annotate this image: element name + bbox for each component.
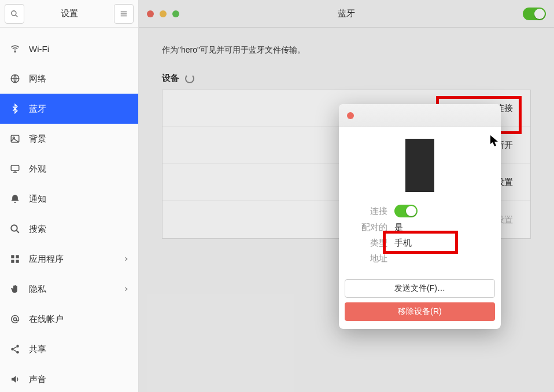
sidebar-item-label: 背景	[29, 134, 46, 145]
bluetooth-master-toggle[interactable]	[523, 8, 546, 20]
chevron-right-icon	[123, 256, 129, 262]
sidebar-item-label: 搜索	[29, 224, 46, 235]
main-header: 蓝牙	[139, 0, 554, 28]
sidebar-item-wifi[interactable]: Wi-Fi	[0, 34, 138, 64]
bell-icon	[9, 193, 21, 205]
svg-line-1	[16, 14, 18, 17]
svg-rect-15	[16, 255, 19, 258]
devices-label: 设备	[162, 73, 179, 84]
toggle-knob	[406, 206, 416, 216]
speaker-icon	[9, 373, 21, 385]
hand-icon	[9, 283, 21, 295]
sidebar-item-label: 共享	[29, 344, 46, 355]
sidebar-item-label: 外观	[29, 164, 46, 175]
svg-point-19	[16, 345, 19, 348]
close-window-button[interactable]	[147, 10, 154, 17]
bluetooth-icon	[9, 103, 21, 114]
sidebar-item-search[interactable]: 搜索	[0, 214, 138, 244]
sidebar-item-label: 在线帐户	[29, 314, 64, 325]
sidebar-item-label: 网络	[29, 73, 46, 84]
remove-device-button[interactable]: 移除设备(R)	[345, 302, 495, 321]
devices-section-header: 设备	[162, 73, 531, 84]
toggle-knob	[534, 9, 545, 19]
sidebar-item-applications[interactable]: 应用程序	[0, 244, 138, 274]
sidebar-item-online-accounts[interactable]: 在线帐户	[0, 304, 138, 334]
sidebar-item-background[interactable]: 背景	[0, 124, 138, 154]
scanning-spinner-icon	[185, 74, 194, 83]
menu-button[interactable]	[114, 4, 134, 24]
search-icon	[9, 223, 21, 235]
svg-point-0	[12, 10, 16, 15]
svg-rect-16	[11, 260, 14, 263]
image-icon	[9, 133, 21, 145]
annotation-highlight-connection-toggle	[383, 231, 458, 254]
window-controls	[147, 10, 179, 17]
sidebar-header: 设置	[0, 0, 138, 28]
sidebar-item-notifications[interactable]: 通知	[0, 184, 138, 214]
globe-icon	[9, 73, 21, 84]
svg-point-21	[16, 351, 19, 354]
svg-point-20	[11, 348, 14, 351]
maximize-window-button[interactable]	[172, 10, 179, 17]
device-thumbnail	[405, 139, 434, 192]
prop-label: 连接	[349, 206, 394, 217]
at-icon	[9, 313, 21, 325]
visibility-status-text: 作为"hero"可见并可用于蓝牙文件传输。	[162, 45, 531, 56]
svg-line-13	[16, 230, 19, 233]
app-root: 设置 Wi-Fi 网络 蓝牙 背景	[0, 0, 554, 392]
sidebar-item-label: 应用程序	[29, 254, 64, 265]
sidebar-item-sound[interactable]: 声音	[0, 364, 138, 392]
sidebar-item-label: Wi-Fi	[29, 44, 49, 54]
search-icon	[10, 10, 19, 18]
sidebar-item-label: 蓝牙	[29, 103, 46, 114]
sidebar-list: Wi-Fi 网络 蓝牙 背景 外观 通知	[0, 28, 138, 392]
sidebar-item-privacy[interactable]: 隐私	[0, 274, 138, 304]
dialog-titlebar	[339, 104, 501, 127]
svg-point-12	[11, 225, 17, 231]
svg-point-18	[13, 317, 16, 320]
minimize-window-button[interactable]	[160, 10, 167, 17]
page-title: 蓝牙	[338, 8, 355, 19]
svg-point-5	[14, 51, 16, 53]
sidebar-item-bluetooth[interactable]: 蓝牙	[0, 94, 138, 124]
share-icon	[9, 343, 21, 355]
prop-row-connection: 连接	[349, 202, 490, 220]
prop-label: 地址	[349, 253, 394, 264]
apps-icon	[9, 253, 21, 265]
send-files-button[interactable]: 发送文件(F)…	[345, 279, 495, 298]
main-panel: 蓝牙 作为"hero"可见并可用于蓝牙文件传输。 设备 已连接 已断开 未设置 …	[139, 0, 554, 392]
sidebar-item-sharing[interactable]: 共享	[0, 334, 138, 364]
dialog-buttons: 发送文件(F)… 移除设备(R)	[339, 276, 501, 329]
sidebar-title: 设置	[29, 8, 109, 19]
wifi-icon	[9, 43, 21, 54]
svg-rect-17	[16, 260, 19, 263]
sidebar-item-label: 通知	[29, 194, 46, 205]
sidebar-item-network[interactable]: 网络	[0, 64, 138, 94]
hamburger-icon	[120, 10, 128, 18]
svg-rect-9	[11, 165, 19, 171]
connection-toggle[interactable]	[394, 205, 418, 217]
device-detail-dialog: 连接 配对的 是 类型 手机 地址	[339, 104, 501, 329]
search-button[interactable]	[5, 4, 24, 24]
sidebar-item-appearance[interactable]: 外观	[0, 154, 138, 184]
chevron-right-icon	[123, 286, 129, 292]
display-icon	[9, 163, 21, 175]
settings-sidebar: 设置 Wi-Fi 网络 蓝牙 背景	[0, 0, 139, 392]
sidebar-item-label: 隐私	[29, 284, 46, 295]
sidebar-item-label: 声音	[29, 374, 46, 385]
dialog-close-button[interactable]	[347, 112, 354, 119]
svg-rect-14	[11, 255, 14, 258]
